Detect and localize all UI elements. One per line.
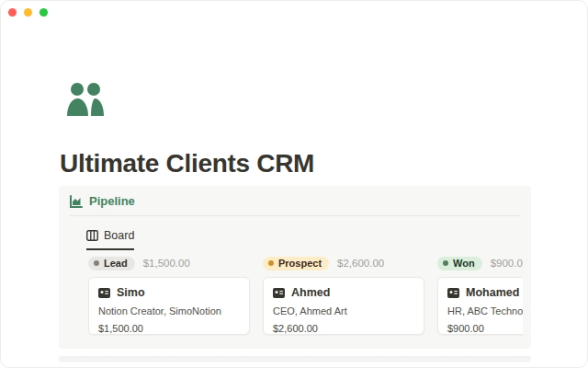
column-header[interactable]: Lead $1,500.00 [88,256,250,270]
board-scroll-area[interactable]: Lead $1,500.00 [88,254,523,349]
crm-card-mohamed[interactable]: Mohamed HR, ABC Technology $900.00 [437,277,523,335]
card-amount: $2,600.00 [273,323,414,334]
zoom-button[interactable] [40,8,48,17]
card-subtitle: Notion Creator, SimoNotion [98,305,240,316]
board-column-won: Won $900.00 [437,254,523,335]
status-badge-prospect[interactable]: Prospect [263,257,329,270]
close-button[interactable] [8,8,17,17]
card-name: Ahmed [291,286,330,299]
tab-board-label: Board [104,229,134,242]
card-name: Mohamed [466,286,519,299]
status-dot-icon [443,260,448,266]
next-block-preview [59,356,531,362]
contact-card-icon [98,288,110,298]
board-view-icon [86,230,98,241]
column-sum: $2,600.00 [337,258,384,269]
card-amount: $1,500.00 [98,323,240,334]
card-subtitle: HR, ABC Technology [447,305,523,316]
status-badge-won[interactable]: Won [437,257,482,270]
tab-board[interactable]: Board [86,229,134,250]
board-column-prospect: Prospect $2,600.00 [263,254,424,335]
card-amount: $900.00 [447,323,523,334]
board-column-lead: Lead $1,500.00 [88,254,250,335]
column-header[interactable]: Won $900.00 [437,256,523,270]
app-window: Ultimate Clients CRM Pipeline [0,0,588,368]
crm-card-simo[interactable]: Simo Notion Creator, SimoNotion $1,500.0… [88,277,250,335]
status-label: Prospect [278,258,322,269]
pipeline-embed: Pipeline Board [59,186,531,349]
contact-card-icon [447,288,459,298]
minimize-button[interactable] [24,8,32,17]
column-header[interactable]: Prospect $2,600.00 [263,256,424,270]
status-dot-icon [268,260,274,266]
area-chart-icon [70,195,83,208]
pipeline-header: Pipeline [59,186,531,215]
contact-card-icon [273,288,285,298]
column-sum: $1,500.00 [143,258,190,269]
status-label: Won [453,258,475,269]
window-controls [8,8,48,17]
people-icon[interactable] [65,81,106,120]
status-dot-icon [94,260,99,266]
status-label: Lead [104,258,128,269]
status-badge-lead[interactable]: Lead [88,257,135,270]
card-name: Simo [117,286,145,299]
page-title: Ultimate Clients CRM [60,149,314,178]
pipeline-title[interactable]: Pipeline [89,194,135,208]
crm-card-ahmed[interactable]: Ahmed CEO, Ahmed Art $2,600.00 [263,277,424,335]
column-sum: $900.00 [491,258,523,269]
card-subtitle: CEO, Ahmed Art [273,305,414,316]
kanban-board: Lead $1,500.00 [88,254,523,335]
view-tabs: Board [59,216,531,250]
